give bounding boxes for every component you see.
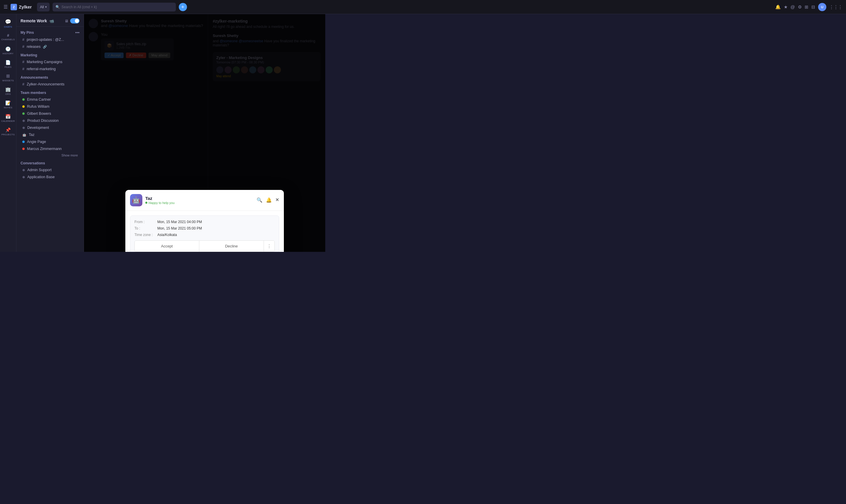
- chats-label: CHATS: [4, 25, 12, 28]
- monitor-icon: 🖥: [65, 19, 68, 23]
- marketing-group-label: Marketing: [16, 50, 84, 58]
- top-bar: ☰ Z Zylker All ▾ 🔍 Search in All (cmd + …: [0, 0, 423, 14]
- rail-item-notes[interactable]: 📝 NOTES: [2, 98, 15, 111]
- from-value: Mon, 15 Mar 2021 04:00 PM: [157, 220, 202, 224]
- admin-support-label: Admin Support: [27, 168, 52, 172]
- toggle-switch[interactable]: [70, 18, 79, 23]
- rail-item-projects[interactable]: 📌 PROJECTS: [2, 125, 15, 138]
- notes-icon: 📝: [5, 101, 11, 106]
- marketing-campaigns-label: Marketing Campaigns: [27, 60, 62, 64]
- conversations-label: Conversations: [16, 158, 84, 166]
- sidebar-item-angie[interactable]: Angie Page: [18, 138, 82, 145]
- app-logo: Z Zylker: [11, 4, 32, 10]
- org-icon: 🏢: [5, 87, 11, 92]
- sidebar-item-marketing-campaigns[interactable]: # Marketing Campaigns: [18, 58, 82, 66]
- my-pins-label: My Pins: [21, 31, 34, 35]
- modal-overlay: 🤖 Taz Happy to help you 🔍 🔔 ✕: [84, 14, 325, 252]
- modal-search-icon[interactable]: 🔍: [256, 197, 263, 203]
- search-filter-dropdown[interactable]: All ▾: [37, 3, 49, 12]
- rail-item-history[interactable]: 🕐 HISTORY: [2, 44, 15, 57]
- rail-item-channels[interactable]: # CHANNELS: [2, 31, 15, 43]
- referral-marketing-label: referral-marketing: [27, 67, 56, 71]
- modal-header-info: Taz Happy to help you: [145, 196, 254, 204]
- from-label: From :: [134, 220, 156, 224]
- sidebar-workspace-header: Remote Work 📹 🖥: [16, 14, 84, 27]
- calendar-label: CALENDER: [1, 120, 15, 122]
- releases-label: releases: [27, 44, 40, 49]
- sidebar-item-application-base[interactable]: ⊕ Application Base: [18, 174, 82, 181]
- sidebar-item-emma[interactable]: Emma Cartner: [18, 96, 82, 103]
- rail-item-chats[interactable]: 💬 CHATS: [2, 17, 15, 30]
- announcements-group-label: Announcements: [16, 72, 84, 81]
- sidebar-item-taz[interactable]: 🤖 Taz: [18, 131, 82, 138]
- modal-close-button[interactable]: ✕: [275, 197, 279, 203]
- search-bar[interactable]: 🔍 Search in All (cmd + k): [53, 3, 176, 12]
- rail-item-org[interactable]: 🏢 ORG: [2, 85, 15, 97]
- add-button[interactable]: +: [179, 3, 187, 11]
- sidebar-item-development[interactable]: ⊕ Development: [18, 124, 82, 131]
- rail-item-calendar[interactable]: 📅 CALENDER: [2, 111, 15, 124]
- widgets-icon: ⊞: [6, 73, 10, 79]
- invite-card: From : Mon, 15 Mar 2021 04:00 PM To : Mo…: [130, 215, 279, 252]
- search-icon: 🔍: [55, 5, 60, 9]
- rufus-status-dot: [22, 105, 25, 108]
- team-members-section: Team members Emma Cartner Rufus William …: [16, 88, 84, 152]
- history-label: HISTORY: [3, 52, 14, 55]
- rail-item-files[interactable]: 📄 FILES: [2, 57, 15, 70]
- sidebar-item-releases[interactable]: # releases 🔗: [18, 43, 82, 50]
- angie-label: Angie Page: [27, 140, 46, 144]
- marketing-section: Marketing # Marketing Campaigns # referr…: [16, 50, 84, 72]
- hash-icon-2: #: [22, 44, 24, 49]
- conversations-section: Conversations ⊕ Admin Support ⊕ Applicat…: [16, 158, 84, 181]
- bot-status: Happy to help you: [145, 201, 254, 204]
- gilbert-status-dot: [22, 112, 25, 115]
- timezone-label: Time zone :: [134, 233, 156, 237]
- video-icon[interactable]: 📹: [49, 19, 54, 23]
- modal-bell-icon[interactable]: 🔔: [266, 197, 272, 203]
- sidebar-item-zylker-announcements[interactable]: # Zylker-Announcements: [18, 81, 82, 88]
- taz-icon: 🤖: [22, 133, 26, 137]
- decline-button[interactable]: Decline: [199, 241, 264, 252]
- sidebar-item-admin-support[interactable]: ⊕ Admin Support: [18, 166, 82, 174]
- invite-actions: Accept Decline ⋮: [134, 240, 275, 252]
- calendar-icon: 📅: [5, 114, 11, 119]
- more-options-button[interactable]: ⋮: [264, 241, 274, 252]
- emma-status-dot: [22, 98, 25, 101]
- workspace-name: Remote Work: [21, 18, 47, 23]
- application-base-label: Application Base: [27, 175, 55, 179]
- sidebar-item-marcus[interactable]: Marcus Zimmermann: [18, 145, 82, 152]
- sidebar-item-product-discussion[interactable]: ⊕ Product Discussion: [18, 117, 82, 124]
- accept-button[interactable]: Accept: [135, 241, 199, 252]
- notes-label: NOTES: [4, 106, 12, 109]
- sidebar-item-referral-marketing[interactable]: # referral-marketing: [18, 66, 82, 72]
- sidebar-item-gilbert[interactable]: Gilbert Bowers: [18, 110, 82, 117]
- my-pins-section: My Pins ••• # project-updates : @Z... # …: [16, 27, 84, 50]
- modal-header: 🤖 Taz Happy to help you 🔍 🔔 ✕: [125, 190, 284, 211]
- chats-icon: 💬: [5, 19, 11, 25]
- show-more-button[interactable]: Show more: [16, 152, 84, 158]
- hash-icon-4: #: [22, 67, 24, 71]
- sidebar-item-project-updates[interactable]: # project-updates : @Z...: [18, 36, 82, 43]
- search-placeholder: Search in All (cmd + k): [62, 5, 97, 9]
- marcus-label: Marcus Zimmermann: [27, 147, 62, 151]
- rufus-label: Rufus William: [27, 105, 49, 109]
- team-members-group-label: Team members: [16, 88, 84, 96]
- emma-label: Emma Cartner: [27, 97, 51, 102]
- more-icon[interactable]: •••: [75, 30, 79, 35]
- rail-item-widgets[interactable]: ⊞ WIDGETS: [2, 71, 15, 84]
- product-discussion-label: Product Discussion: [27, 119, 59, 123]
- channels-label: CHANNELS: [1, 38, 15, 41]
- sidebar-item-rufus[interactable]: Rufus William: [18, 103, 82, 110]
- projects-icon: 📌: [5, 127, 11, 133]
- hamburger-icon[interactable]: ☰: [3, 4, 7, 10]
- files-label: FILES: [5, 66, 12, 68]
- sidebar: Remote Work 📹 🖥 My Pins ••• # project-up…: [16, 14, 84, 252]
- admin-support-icon: ⊕: [22, 168, 25, 172]
- taz-bot-avatar: 🤖: [130, 194, 142, 206]
- to-value: Mon, 15 Mar 2021 05:00 PM: [157, 226, 202, 230]
- development-icon: ⊕: [22, 126, 25, 130]
- timezone-value: Asia/Kolkata: [157, 233, 177, 237]
- modal-body: From : Mon, 15 Mar 2021 04:00 PM To : Mo…: [125, 211, 284, 252]
- org-label: ORG: [5, 93, 11, 95]
- filter-label: All: [40, 5, 44, 9]
